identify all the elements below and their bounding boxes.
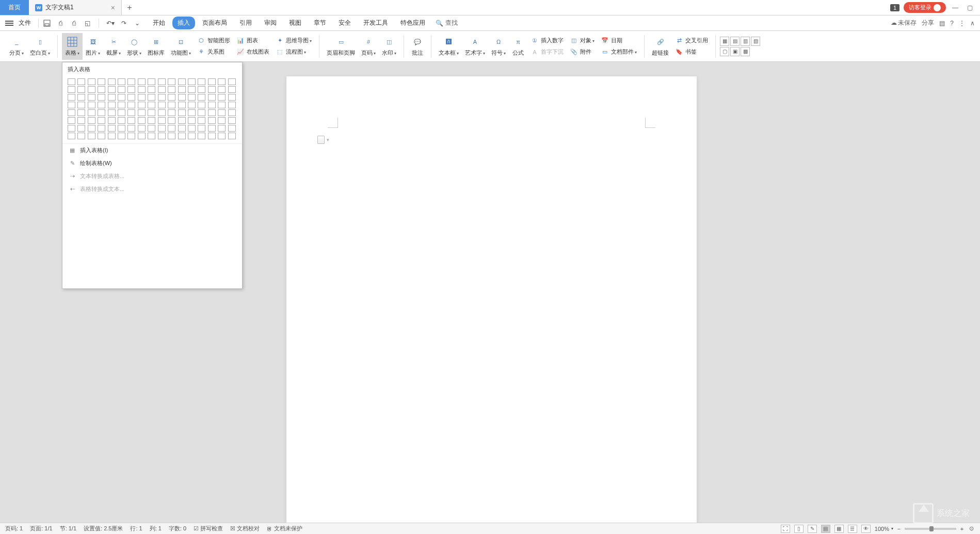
table-grid-cell[interactable] xyxy=(118,133,125,139)
table-grid-cell[interactable] xyxy=(208,86,216,93)
table-grid-cell[interactable] xyxy=(178,78,186,85)
insert-table-option[interactable]: ▦插入表格(I) xyxy=(62,144,242,157)
view-eye-button[interactable]: 👁 xyxy=(861,525,871,533)
doc-parts-button[interactable]: ▭文档部件 xyxy=(598,47,640,57)
table-grid-cell[interactable] xyxy=(228,109,236,116)
hyperlink-button[interactable]: 🔗超链接 xyxy=(649,33,672,60)
undo-icon[interactable]: ↶▾ xyxy=(106,19,115,27)
table-grid-cell[interactable] xyxy=(98,125,105,132)
table-grid-cell[interactable] xyxy=(158,117,166,124)
layout-option-1[interactable]: ▦ xyxy=(720,37,729,46)
table-grid-cell[interactable] xyxy=(228,117,236,124)
table-grid-cell[interactable] xyxy=(98,109,105,116)
tab-document[interactable]: W 文字文稿1 × xyxy=(29,0,122,15)
flowchart-button[interactable]: ⬚流程图 xyxy=(272,47,315,57)
share-button[interactable]: 分享 xyxy=(922,19,934,27)
zoom-slider[interactable] xyxy=(905,528,956,530)
table-grid-cell[interactable] xyxy=(218,94,226,101)
table-grid-cell[interactable] xyxy=(68,117,75,124)
table-grid-cell[interactable] xyxy=(148,102,155,108)
table-grid-cell[interactable] xyxy=(77,102,85,108)
table-grid-cell[interactable] xyxy=(168,94,175,101)
table-grid-cell[interactable] xyxy=(138,94,146,101)
table-grid-cell[interactable] xyxy=(68,86,75,93)
table-grid-cell[interactable] xyxy=(168,133,175,139)
table-grid-cell[interactable] xyxy=(108,78,116,85)
table-grid-cell[interactable] xyxy=(208,94,216,101)
table-grid-cell[interactable] xyxy=(138,78,146,85)
table-grid-cell[interactable] xyxy=(188,117,196,124)
textbox-button[interactable]: 🅰文本框 xyxy=(436,33,462,60)
zoom-out-button[interactable]: − xyxy=(895,525,903,532)
table-grid-cell[interactable] xyxy=(127,78,135,85)
table-grid-cell[interactable] xyxy=(118,125,125,132)
table-grid-cell[interactable] xyxy=(198,78,205,85)
zoom-dropdown-icon[interactable]: ▾ xyxy=(891,526,893,531)
table-grid-cell[interactable] xyxy=(188,94,196,101)
table-grid-cell[interactable] xyxy=(218,109,226,116)
unsaved-indicator[interactable]: 未保存 xyxy=(891,19,917,27)
notification-badge[interactable]: 1 xyxy=(890,4,899,11)
table-grid-cell[interactable] xyxy=(188,78,196,85)
table-grid-cell[interactable] xyxy=(127,125,135,132)
maximize-button[interactable]: ▢ xyxy=(965,3,975,13)
print-preview-icon[interactable]: ◱ xyxy=(83,19,91,27)
minimize-button[interactable]: — xyxy=(950,3,960,13)
status-page[interactable]: 页面: 1/1 xyxy=(30,525,52,532)
file-menu[interactable]: 文件 xyxy=(15,19,34,27)
table-grid-cell[interactable] xyxy=(218,117,226,124)
search-button[interactable]: 🔍 查找 xyxy=(436,19,458,27)
shape-button[interactable]: ◯形状 xyxy=(124,33,144,60)
smart-shape-button[interactable]: ⬡智能图形 xyxy=(194,36,233,46)
status-row[interactable]: 行: 1 xyxy=(130,525,142,532)
table-grid-cell[interactable] xyxy=(68,102,75,108)
layout-option-6[interactable]: ▣ xyxy=(730,47,740,56)
table-grid-cell[interactable] xyxy=(178,125,186,132)
table-grid-cell[interactable] xyxy=(228,86,236,93)
table-grid-cell[interactable] xyxy=(77,78,85,85)
table-grid-cell[interactable] xyxy=(127,133,135,139)
table-grid-cell[interactable] xyxy=(218,86,226,93)
table-grid-cell[interactable] xyxy=(148,117,155,124)
ribbon-toggle-icon[interactable]: ∧ xyxy=(970,20,975,27)
table-grid-cell[interactable] xyxy=(218,133,226,139)
table-grid-cell[interactable] xyxy=(168,78,175,85)
table-grid-cell[interactable] xyxy=(108,94,116,101)
menu-tab-references[interactable]: 引用 xyxy=(234,17,257,29)
login-button[interactable]: 访客登录 xyxy=(904,2,946,13)
more-icon[interactable]: ⋮ xyxy=(959,20,965,27)
table-grid-cell[interactable] xyxy=(77,125,85,132)
table-grid-cell[interactable] xyxy=(138,102,146,108)
print-icon[interactable]: ⎙ xyxy=(70,19,78,27)
table-grid-cell[interactable] xyxy=(208,133,216,139)
table-grid-cell[interactable] xyxy=(178,94,186,101)
table-grid-cell[interactable] xyxy=(228,78,236,85)
table-grid-cell[interactable] xyxy=(118,78,125,85)
table-grid-cell[interactable] xyxy=(188,133,196,139)
view-fullscreen-button[interactable]: ⛶ xyxy=(781,525,790,533)
table-grid-cell[interactable] xyxy=(127,94,135,101)
table-grid-cell[interactable] xyxy=(88,125,95,132)
table-grid-cell[interactable] xyxy=(127,109,135,116)
table-grid-cell[interactable] xyxy=(228,133,236,139)
page-number-button[interactable]: #页码 xyxy=(358,33,379,60)
table-grid-cell[interactable] xyxy=(168,125,175,132)
table-grid-cell[interactable] xyxy=(228,125,236,132)
table-grid-cell[interactable] xyxy=(198,125,205,132)
menu-tab-insert[interactable]: 插入 xyxy=(172,17,195,29)
table-grid-cell[interactable] xyxy=(158,102,166,108)
table-grid-cell[interactable] xyxy=(138,133,146,139)
table-grid-cell[interactable] xyxy=(108,125,116,132)
table-grid-cell[interactable] xyxy=(218,102,226,108)
table-grid-cell[interactable] xyxy=(198,94,205,101)
online-chart-button[interactable]: 📈在线图表 xyxy=(233,47,272,57)
relation-chart-button[interactable]: ⚘关系图 xyxy=(194,47,233,57)
hamburger-menu-icon[interactable] xyxy=(5,21,13,26)
table-grid-cell[interactable] xyxy=(158,86,166,93)
table-grid-cell[interactable] xyxy=(188,102,196,108)
menu-tab-start[interactable]: 开始 xyxy=(148,17,170,29)
table-grid-cell[interactable] xyxy=(158,133,166,139)
table-grid-cell[interactable] xyxy=(218,78,226,85)
table-grid-cell[interactable] xyxy=(138,117,146,124)
zoom-label[interactable]: 100% xyxy=(875,526,889,532)
